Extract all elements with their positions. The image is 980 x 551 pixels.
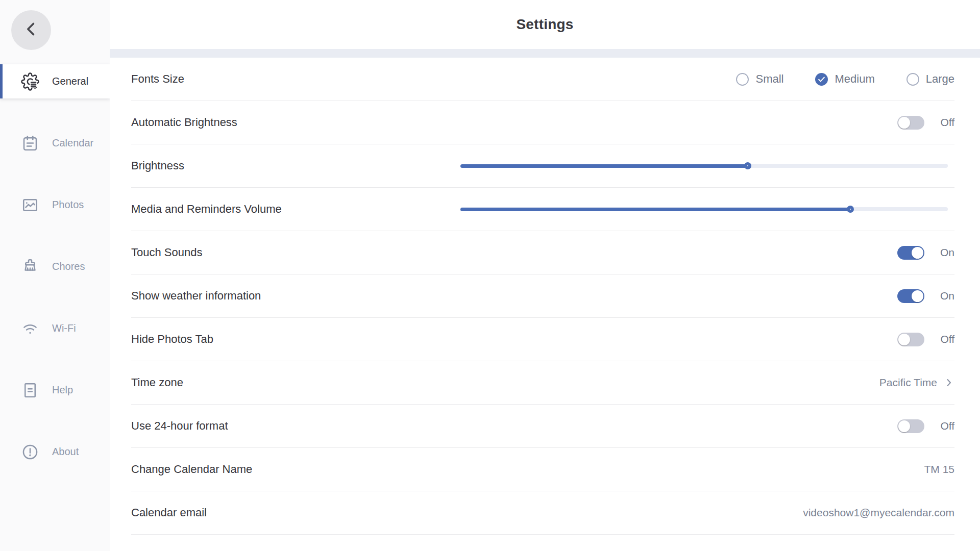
row-calendar-name[interactable]: Change Calendar Name TM 15 — [131, 448, 954, 491]
touch-sounds-control: On — [897, 246, 954, 260]
time-zone-label: Time zone — [131, 376, 183, 389]
row-weather: Show weather information On — [131, 274, 954, 318]
chevron-right-icon — [943, 377, 954, 388]
slider-fill — [460, 164, 748, 168]
about-icon — [20, 442, 40, 462]
radio-circle — [815, 73, 828, 86]
slider-fill — [460, 208, 850, 211]
gear-icon — [20, 72, 40, 91]
fonts-size-label: Fonts Size — [131, 72, 184, 86]
sidebar-item-calendar[interactable]: Calendar — [0, 126, 110, 160]
fonts-size-radio-group: Small Medium Large — [736, 72, 954, 86]
time-zone-value-wrap: Pacific Time — [879, 377, 954, 389]
broom-icon — [20, 257, 40, 277]
automatic-brightness-label: Automatic Brightness — [131, 116, 237, 129]
sidebar-item-about[interactable]: About — [0, 435, 110, 469]
row-touch-sounds: Touch Sounds On — [131, 231, 954, 274]
settings-screen: General Calendar — [0, 0, 980, 551]
radio-label: Medium — [835, 72, 874, 86]
radio-label: Large — [926, 72, 954, 86]
sidebar: General Calendar — [0, 0, 110, 551]
radio-option-medium[interactable]: Medium — [815, 72, 874, 86]
weather-label: Show weather information — [131, 289, 261, 303]
weather-toggle[interactable] — [897, 289, 924, 303]
row-automatic-brightness: Automatic Brightness Off — [131, 101, 954, 144]
header-strip — [110, 49, 980, 58]
hour-format-label: Use 24-hour format — [131, 419, 228, 433]
hour-format-control: Off — [897, 419, 954, 433]
brightness-label: Brightness — [131, 159, 184, 172]
calendar-icon — [20, 134, 40, 153]
brightness-slider[interactable] — [460, 158, 948, 174]
row-volume: Media and Reminders Volume — [131, 188, 954, 231]
touch-sounds-toggle[interactable] — [897, 246, 924, 260]
settings-rows: Fonts Size Small Medium — [110, 58, 980, 535]
hour-format-toggle[interactable] — [897, 419, 924, 433]
calendar-name-label: Change Calendar Name — [131, 463, 252, 476]
back-button[interactable] — [11, 10, 51, 50]
calendar-email-label: Calendar email — [131, 506, 207, 519]
toggle-state-label: On — [933, 246, 954, 259]
content-header: Settings — [110, 0, 980, 49]
sidebar-item-label: Help — [52, 384, 73, 396]
toggle-knob — [898, 334, 910, 345]
sidebar-item-photos[interactable]: Photos — [0, 188, 110, 222]
row-calendar-email[interactable]: Calendar email videoshow1@myecalendar.co… — [131, 491, 954, 535]
slider-knob[interactable] — [744, 162, 751, 169]
settings-content: Settings Fonts Size Small — [110, 0, 980, 551]
row-brightness: Brightness — [131, 144, 954, 188]
sidebar-item-label: Chores — [52, 261, 85, 272]
sidebar-item-general[interactable]: General — [0, 64, 110, 98]
sidebar-item-help[interactable]: Help — [0, 373, 110, 407]
sidebar-item-wifi[interactable]: Wi-Fi — [0, 311, 110, 345]
row-hide-photos: Hide Photos Tab Off — [131, 318, 954, 361]
toggle-knob — [912, 290, 923, 302]
wifi-icon — [20, 319, 40, 338]
calendar-email-value-wrap: videoshow1@myecalendar.com — [803, 507, 954, 519]
toggle-knob — [898, 117, 910, 129]
automatic-brightness-control: Off — [897, 116, 954, 130]
row-hour-format: Use 24-hour format Off — [131, 405, 954, 448]
photos-icon — [20, 195, 40, 215]
sidebar-item-chores[interactable]: Chores — [0, 249, 110, 284]
sidebar-item-label: General — [52, 76, 88, 87]
sidebar-item-label: Wi-Fi — [52, 322, 76, 334]
radio-option-large[interactable]: Large — [906, 72, 954, 86]
row-time-zone[interactable]: Time zone Pacific Time — [131, 361, 954, 405]
check-icon — [817, 75, 826, 84]
page-title: Settings — [516, 16, 573, 33]
radio-option-small[interactable]: Small — [736, 72, 783, 86]
row-fonts-size: Fonts Size Small Medium — [131, 58, 954, 101]
hide-photos-label: Hide Photos Tab — [131, 333, 213, 346]
sidebar-nav: General Calendar — [0, 64, 110, 496]
hide-photos-control: Off — [897, 333, 954, 346]
toggle-state-label: On — [933, 290, 954, 302]
toggle-knob — [898, 420, 910, 432]
help-icon — [20, 381, 40, 400]
radio-label: Small — [755, 72, 783, 86]
sidebar-item-label: About — [52, 446, 79, 458]
automatic-brightness-toggle[interactable] — [897, 116, 924, 130]
weather-control: On — [897, 289, 954, 303]
toggle-state-label: Off — [933, 420, 954, 432]
calendar-name-value-wrap: TM 15 — [924, 463, 954, 475]
time-zone-value: Pacific Time — [879, 377, 937, 389]
sidebar-item-label: Calendar — [52, 137, 93, 149]
volume-label: Media and Reminders Volume — [131, 203, 282, 216]
sidebar-item-label: Photos — [52, 199, 84, 211]
touch-sounds-label: Touch Sounds — [131, 246, 202, 259]
radio-circle — [906, 73, 919, 86]
toggle-state-label: Off — [933, 116, 954, 129]
toggle-knob — [912, 247, 923, 259]
chevron-left-icon — [20, 18, 42, 42]
volume-slider[interactable] — [460, 201, 948, 217]
calendar-name-value: TM 15 — [924, 463, 954, 475]
radio-circle — [736, 73, 749, 86]
calendar-email-value: videoshow1@myecalendar.com — [803, 507, 954, 519]
slider-knob[interactable] — [847, 206, 854, 213]
toggle-state-label: Off — [933, 333, 954, 345]
hide-photos-toggle[interactable] — [897, 333, 924, 346]
